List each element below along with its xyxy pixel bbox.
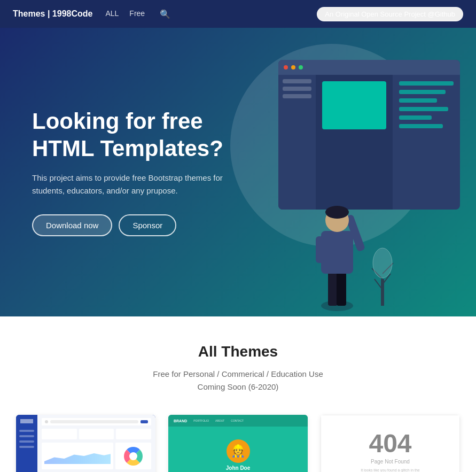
nav-link-all[interactable]: ALL <box>105 9 119 19</box>
profile-navbar-mock: BRAND PORTFOLIO ABOUT CONTACT <box>168 415 308 427</box>
hero-buttons: Download now Sponsor <box>32 214 246 236</box>
fourofour-page-not-found: Page Not Found <box>371 459 410 465</box>
donut-shape <box>124 447 143 466</box>
browser-dot-yellow <box>291 65 295 69</box>
stat-box-3 <box>116 429 151 439</box>
section-subtitle: Free for Personal / Commerical / Educati… <box>11 368 465 393</box>
svg-point-13 <box>373 248 392 278</box>
sidebar-item-2 <box>283 87 311 91</box>
hero-person <box>302 161 372 316</box>
db-sidebar-item-3 <box>19 440 34 443</box>
tree-decoration <box>366 247 399 306</box>
svg-rect-1 <box>328 268 338 306</box>
navbar: Themes | 1998Code ALL Free 🔍 An Original… <box>0 0 476 28</box>
nav-link-free[interactable]: Free <box>129 9 145 19</box>
subtitle-line1: Free for Personal / Commerical / Educati… <box>11 368 465 381</box>
profile-avatar: 👷 <box>227 439 250 463</box>
topbar-dot-1 <box>45 420 48 423</box>
github-button[interactable]: An Original Open Source Project @Github <box>317 7 463 21</box>
browser-line-6 <box>399 124 443 128</box>
browser-line-2 <box>399 90 446 94</box>
theme-preview-404: 404 Page Not Found It looks like you fou… <box>321 415 460 472</box>
sidebar-item-1 <box>283 79 311 83</box>
stat-box-1 <box>42 429 77 439</box>
svg-rect-5 <box>316 236 324 263</box>
db-sidebar-item-1 <box>19 430 34 432</box>
sponsor-button[interactable]: Sponsor <box>119 214 176 236</box>
db-logo <box>20 419 33 423</box>
donut-chart <box>115 443 151 469</box>
navbar-brand[interactable]: Themes | 1998Code <box>13 9 92 19</box>
theme-card-404[interactable]: 404 Page Not Found It looks like you fou… <box>321 415 460 472</box>
hero-title: Looking for free HTML Templates? <box>32 108 246 162</box>
fourofour-illustration: 404 Page Not Found It looks like you fou… <box>321 415 460 472</box>
fourofour-description: It looks like you found a glitch in the … <box>358 468 423 472</box>
main-section: All Themes Free for Personal / Commerica… <box>0 316 476 472</box>
topbar-btn <box>141 420 148 423</box>
browser-dot-red <box>284 65 288 69</box>
themes-grid: nextBank. UI Kit (Dashboard) BRAND PORTF… <box>11 415 465 472</box>
profile-illustration: BRAND PORTFOLIO ABOUT CONTACT 👷 John Doe… <box>168 415 308 472</box>
db-sidebar-item-2 <box>19 435 34 437</box>
hero-content: Looking for free HTML Templates? This pr… <box>32 108 246 268</box>
db-main <box>37 415 155 472</box>
theme-preview-profile: BRAND PORTFOLIO ABOUT CONTACT 👷 John Doe… <box>168 415 308 472</box>
db-sidebar-item-4 <box>19 446 34 448</box>
profile-brand: BRAND <box>174 419 187 423</box>
db-sidebar <box>16 415 37 472</box>
subtitle-line2: Coming Soon (6-2020) <box>11 381 465 393</box>
profile-nav-link-2: ABOUT <box>215 419 224 422</box>
svg-rect-2 <box>337 268 346 306</box>
sidebar-item-3 <box>283 94 311 98</box>
stat-box-2 <box>79 429 114 439</box>
browser-bar <box>278 60 460 75</box>
browser-line-3 <box>399 98 437 103</box>
hero-subtitle: This project aims to provide free Bootst… <box>32 172 246 197</box>
browser-line-4 <box>399 107 448 111</box>
hero-section: Looking for free HTML Templates? This pr… <box>0 28 476 316</box>
theme-preview-dashboard <box>16 415 155 472</box>
browser-line-5 <box>399 115 432 120</box>
db-charts <box>42 443 151 469</box>
browser-lines <box>393 75 460 210</box>
theme-card-dashboard[interactable]: nextBank. UI Kit (Dashboard) <box>16 415 155 472</box>
download-button[interactable]: Download now <box>32 214 112 236</box>
section-title: All Themes <box>11 343 465 360</box>
search-icon[interactable]: 🔍 <box>160 9 170 19</box>
topbar-bar <box>50 420 138 423</box>
profile-nav-link-1: PORTFOLIO <box>193 419 209 422</box>
dashboard-illustration <box>16 415 155 472</box>
theme-card-profile[interactable]: BRAND PORTFOLIO ABOUT CONTACT 👷 John Doe… <box>168 415 308 472</box>
svg-point-7 <box>325 206 349 219</box>
fourofour-number: 404 <box>369 431 411 456</box>
browser-line-1 <box>399 81 454 86</box>
avatar-icon: 👷 <box>231 444 245 458</box>
profile-name: John Doe <box>226 465 251 471</box>
db-stats <box>42 429 151 439</box>
navbar-links: ALL Free 🔍 <box>105 9 317 19</box>
db-topbar <box>42 418 151 425</box>
browser-card <box>322 81 386 129</box>
browser-dot-green <box>299 65 303 69</box>
profile-nav-link-3: CONTACT <box>231 419 244 422</box>
svg-rect-3 <box>321 231 353 274</box>
line-chart <box>42 443 113 469</box>
